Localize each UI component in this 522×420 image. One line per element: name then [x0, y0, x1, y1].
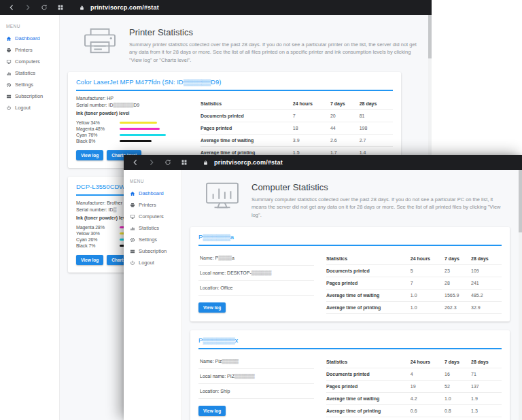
view-log-button[interactable]: View log	[76, 255, 103, 265]
printer-icon	[6, 48, 12, 53]
table-row: Pages printed1844198	[201, 122, 393, 134]
sidebar-item-settings[interactable]: Settings	[124, 234, 181, 245]
statistics-icon	[130, 226, 135, 231]
table-header-row: Statistics24 hours7 days28 days	[326, 356, 502, 368]
computer-stats-table: Statistics24 hours7 days28 daysDocuments…	[326, 253, 502, 314]
view-log-button[interactable]: View log	[198, 302, 226, 313]
address-url[interactable]: printvisorcp.com/#stat	[90, 4, 159, 11]
sidebar: MENU DashboardPrintersComputersStatistic…	[0, 15, 60, 420]
ink-level-bar	[120, 128, 160, 130]
sidebar-item-subscription[interactable]: Subscription	[0, 90, 59, 102]
forward-button[interactable]	[147, 158, 156, 167]
page-header-text: Printer Statistics Summary printer stati…	[129, 26, 418, 64]
ink-level-row: Yellow 34%	[76, 120, 188, 126]
computer-card: P▒▒▒▒▒▒a Name: P▒▒▒▒aLocal name: DESKTOP…	[190, 227, 510, 321]
browser-chrome: printvisorcp.com/#stat	[0, 0, 432, 15]
ink-levels: Yellow 34%Magenta 48%Cyan 76%Black 8%	[76, 120, 188, 144]
apps-button[interactable]	[179, 158, 189, 167]
computer-fields: Name: Piz▒▒▒▒▒Local name: PIZ▒▒▒▒▒▒Locat…	[198, 354, 314, 399]
detail-field: Local name: DESKTOP-▒▒▒▒▒▒	[198, 266, 314, 281]
detail-field: Location: Office	[198, 281, 314, 296]
statistics-icon	[6, 71, 12, 76]
sidebar-item-computers[interactable]: Computers	[0, 56, 59, 67]
table-row: Documents printed41671	[326, 368, 502, 380]
page-title: Printer Statistics	[129, 27, 418, 37]
ink-level-bar	[120, 140, 152, 142]
menu-heading: MENU	[124, 179, 181, 188]
lock-icon	[79, 3, 87, 12]
table-row: Average time of waiting4.21.01.9	[326, 392, 502, 404]
table-header-row: Statistics24 hours7 days28 days	[326, 253, 502, 265]
computer-stats-table: Statistics24 hours7 days28 daysDocuments…	[326, 356, 502, 417]
page-description: Summary computer statistics collected ov…	[251, 196, 508, 219]
computer-title: P▒▒▒▒▒▒a	[198, 232, 502, 246]
sidebar-item-printers[interactable]: Printers	[124, 199, 181, 211]
refresh-button[interactable]	[39, 3, 49, 12]
serial-number-line: Serial number: ID▒▒▒▒▒▒D9	[76, 103, 188, 107]
printer-illustration-icon	[82, 26, 118, 58]
computer-details: Name: P▒▒▒▒aLocal name: DESKTOP-▒▒▒▒▒▒Lo…	[198, 251, 314, 314]
sidebar-item-statistics[interactable]: Statistics	[124, 222, 181, 234]
ink-level-heading: Ink (toner powder) level	[76, 111, 188, 116]
menu: DashboardPrintersComputersStatisticsSett…	[0, 33, 59, 113]
home-icon	[6, 36, 12, 41]
sidebar-item-printers[interactable]: Printers	[0, 44, 59, 56]
home-icon	[130, 191, 135, 196]
sidebar-item-settings[interactable]: Settings	[0, 79, 59, 90]
table-row: Average time of waiting3.92.62.7	[201, 134, 393, 146]
scrollbar-thumb[interactable]	[519, 170, 522, 232]
detail-field: Local name: PIZ▒▒▒▒▒▒	[198, 369, 314, 384]
sidebar-item-logout[interactable]: Logout	[0, 102, 59, 113]
view-log-button[interactable]: View log	[198, 406, 226, 416]
back-button[interactable]	[7, 3, 16, 12]
logout-icon	[130, 260, 135, 266]
page-description: Summary printer statistics collected ove…	[129, 41, 418, 64]
page-title: Computer Statistics	[251, 182, 508, 192]
printer-icon	[130, 203, 135, 208]
printer-stats-table: Statistics24 hours7 days28 daysDocuments…	[201, 98, 393, 159]
sidebar-item-dashboard[interactable]: Dashboard	[0, 33, 59, 44]
scrollbar-thumb[interactable]	[428, 15, 432, 58]
ink-level-bar	[120, 134, 166, 136]
sidebar-item-dashboard[interactable]: Dashboard	[124, 188, 181, 199]
ink-level-bar	[120, 122, 157, 124]
computer-illustration-icon	[204, 181, 241, 213]
computer-title: P▒▒▒▒▒▒▒x	[198, 335, 502, 349]
sidebar-item-subscription[interactable]: Subscription	[124, 245, 181, 257]
computer-icon	[6, 59, 12, 65]
back-button[interactable]	[130, 158, 140, 167]
settings-icon	[6, 82, 12, 88]
table-row: Documents printed523109	[326, 264, 502, 277]
computer-icon	[130, 214, 135, 220]
detail-field: Location: Ship	[198, 384, 314, 399]
sidebar: MENU DashboardPrintersComputersStatistic…	[124, 170, 182, 420]
ink-level-row: Magenta 48%	[76, 126, 188, 132]
forward-button[interactable]	[23, 3, 33, 12]
subscription-icon	[130, 249, 135, 254]
table-row: Documents printed72081	[201, 109, 393, 122]
printer-title: Color LaserJet MFP M477fdn (SN: ID▒▒▒▒▒▒…	[76, 77, 393, 91]
table-header-row: Statistics24 hours7 days28 days	[201, 98, 393, 110]
computer-details: Name: Piz▒▒▒▒▒Local name: PIZ▒▒▒▒▒▒Locat…	[198, 354, 314, 417]
address-url[interactable]: printvisorcp.com/#stat	[214, 159, 283, 166]
lock-icon	[203, 158, 211, 167]
apps-button[interactable]	[56, 3, 65, 12]
computer-statistics-page: Computer Statistics Summary computer sta…	[182, 170, 522, 420]
detail-field: Name: Piz▒▒▒▒▒	[198, 354, 314, 369]
browser-window-computer-statistics: printvisorcp.com/#stat MENU DashboardPri…	[124, 155, 522, 420]
refresh-button[interactable]	[163, 158, 173, 167]
sidebar-item-computers[interactable]: Computers	[124, 211, 181, 222]
printer-card-body: Manufacturer: HP Serial number: ID▒▒▒▒▒▒…	[76, 96, 393, 160]
table-row: Average time of printing1.0262.332.9	[326, 301, 502, 313]
page-header-text: Computer Statistics Summary computer sta…	[251, 181, 508, 219]
sidebar-item-statistics[interactable]: Statistics	[0, 67, 59, 79]
menu: DashboardPrintersComputersStatisticsSett…	[124, 188, 181, 268]
view-log-button[interactable]: View log	[76, 150, 103, 160]
computer-fields: Name: P▒▒▒▒aLocal name: DESKTOP-▒▒▒▒▒▒Lo…	[198, 251, 314, 296]
subscription-icon	[6, 94, 12, 99]
sidebar-item-logout[interactable]: Logout	[124, 257, 181, 268]
scrollbar[interactable]	[519, 170, 522, 420]
table-row: Pages printed1952137	[326, 380, 502, 392]
table-row: Pages printed728241	[326, 277, 502, 289]
printer-details: Manufacturer: HP Serial number: ID▒▒▒▒▒▒…	[76, 96, 188, 160]
